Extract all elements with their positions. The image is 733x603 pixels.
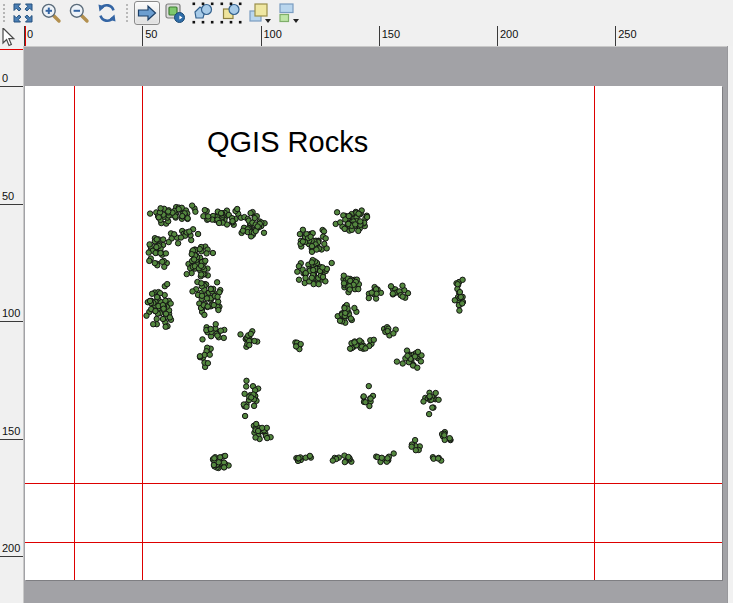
ruler-tick-label: 0: [2, 72, 8, 84]
ruler-tick: [0, 204, 23, 205]
ruler-tick-label: 250: [618, 28, 636, 40]
ruler-tick: [0, 439, 23, 440]
guide-line-vertical[interactable]: [142, 86, 143, 580]
ruler-tick: [497, 26, 498, 46]
move-item-content-button[interactable]: [218, 1, 244, 25]
ruler-tick-label: 150: [382, 28, 400, 40]
ruler-tick: [0, 86, 23, 87]
ruler-tick-label: 100: [2, 307, 20, 319]
ruler-tick-label: 100: [264, 28, 282, 40]
ruler-tick: [142, 26, 143, 46]
ruler-tick-label: 0: [27, 28, 33, 40]
zoom-out-button[interactable]: [66, 1, 92, 25]
guide-line-horizontal[interactable]: [25, 483, 722, 484]
zoom-in-button[interactable]: [38, 1, 64, 25]
dropdown-arrow-icon: [293, 19, 299, 23]
item-badge-icon: [164, 2, 186, 24]
align-items-button[interactable]: [274, 1, 300, 25]
toolbar: [0, 0, 733, 27]
refresh-icon: [96, 2, 118, 24]
vertical-scrollbar[interactable]: [727, 46, 733, 603]
arrow-tool-button[interactable]: [134, 1, 160, 25]
label-item[interactable]: QGIS Rocks: [207, 126, 368, 159]
dropdown-arrow-icon: [265, 19, 271, 23]
guide-line-vertical[interactable]: [74, 86, 75, 580]
ruler-tick: [615, 26, 616, 46]
ruler-tick-label: 50: [145, 28, 157, 40]
vertical-ruler[interactable]: 050100150200: [0, 46, 24, 603]
mouse-cursor-icon: [2, 28, 18, 52]
refresh-button[interactable]: [94, 1, 120, 25]
zoom-full-icon: [12, 2, 34, 24]
composer-canvas[interactable]: QGIS Rocks: [23, 46, 733, 603]
ruler-tick: [261, 26, 262, 46]
guide-line-vertical[interactable]: [594, 86, 595, 580]
zoom-out-icon: [68, 2, 90, 24]
ruler-tick-label: 200: [2, 542, 20, 554]
move-item-content-icon: [220, 2, 242, 24]
horizontal-ruler[interactable]: 050100150200250: [23, 26, 733, 47]
ruler-tick-label: 200: [500, 28, 518, 40]
ruler-tick: [379, 26, 380, 46]
select-shapes-icon: [192, 2, 214, 24]
print-composer-window: 050100150200250 050100150200 QGIS Rocks: [0, 0, 733, 603]
zoom-in-icon: [40, 2, 62, 24]
ruler-cursor-indicator: [25, 26, 26, 46]
item-badge-button[interactable]: [162, 1, 188, 25]
ruler-tick-label: 50: [2, 190, 14, 202]
ruler-tick: [0, 556, 23, 557]
toolbar-separator: [125, 3, 129, 23]
toolbar-grip[interactable]: [2, 3, 6, 23]
raise-lower-items-button[interactable]: [246, 1, 272, 25]
arrow-right-icon: [136, 2, 158, 24]
guide-line-horizontal[interactable]: [25, 542, 722, 543]
map-item[interactable]: [148, 200, 478, 480]
ruler-tick: [0, 321, 23, 322]
select-move-item-button[interactable]: [190, 1, 216, 25]
ruler-tick-label: 150: [2, 425, 20, 437]
zoom-full-button[interactable]: [10, 1, 36, 25]
